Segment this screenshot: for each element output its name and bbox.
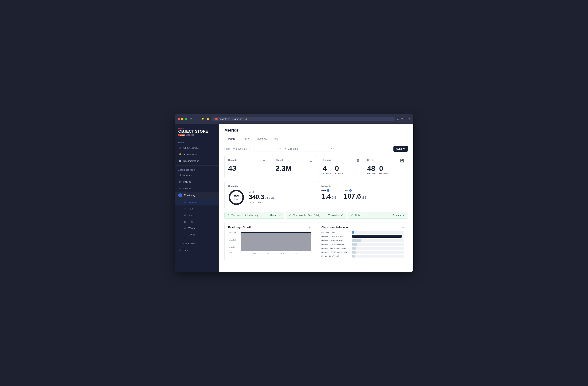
page-title: Metrics: [224, 128, 408, 133]
objects-value: 2.3M: [275, 164, 313, 172]
license-text: LICENSE: [186, 134, 194, 136]
sidebar-toggle-icon[interactable]: ⊞: [189, 117, 193, 121]
drives-online-label: Online: [369, 172, 376, 175]
get-stat: GET i 1.4 GiB: [321, 189, 336, 200]
svg-text:7:48: 7:48: [253, 252, 256, 254]
drive-online-dot: [367, 173, 369, 174]
object-size-download-icon[interactable]: ⬇: [402, 226, 404, 229]
sidebar-item-object-browser[interactable]: ⊞ Object Browser: [175, 145, 219, 151]
donut-label: 99% Free: [233, 195, 239, 200]
get-info-icon: i: [327, 189, 329, 192]
tab-info[interactable]: Info: [271, 136, 282, 142]
size-bar-4: [352, 247, 356, 250]
capacity-donut: 99% Free: [228, 189, 244, 205]
address-bar[interactable]: M console.ns-3.ic.min.dev 🔒: [212, 117, 395, 122]
forward-icon[interactable]: ›: [197, 117, 199, 121]
svg-text:60.5 GiB: 60.5 GiB: [229, 246, 235, 248]
identity-icon: ⊞: [178, 187, 182, 190]
used-label: Used:: [249, 191, 274, 193]
objects-icon: ⊙: [310, 159, 313, 163]
sidebar-item-access-keys[interactable]: 🔑 Access Keys: [175, 151, 219, 158]
share-icon[interactable]: ⬆: [401, 117, 403, 121]
tab-resources[interactable]: Resources: [252, 136, 271, 142]
buckets-icon: ≡: [263, 159, 265, 163]
buckets-card: Buckets ≡ 43: [224, 155, 269, 178]
trace-icon: ▦: [183, 220, 187, 223]
sidebar-label-monitoring: Monitoring: [184, 194, 195, 197]
size-bar-1: [352, 235, 401, 238]
tab-usage[interactable]: Usage: [224, 136, 239, 142]
maximize-button[interactable]: [185, 118, 187, 120]
scan-label: Time since last Scan Activity: [293, 214, 326, 217]
capacity-label: Capacity: [228, 185, 311, 187]
get-unit: GiB: [331, 196, 336, 199]
object-size-list: Less than 1024B Between 1024B and 1MB: [321, 231, 404, 258]
end-time-select[interactable]: [301, 146, 333, 151]
list-item: Between 10MB and 64MB: [321, 243, 404, 245]
drives-offline-label: Offline: [381, 172, 387, 175]
logo: MINIO OBJECT STORE AGPLv3 LICENSE: [175, 124, 219, 139]
sidebar-item-watch[interactable]: ⊚ Watch: [175, 225, 219, 231]
sidebar-label-object-browser: Object Browser: [183, 146, 199, 149]
close-button[interactable]: [178, 118, 180, 120]
sidebar-item-documentation[interactable]: 📄 Documentation: [175, 158, 219, 164]
drives-label: Drives: [367, 159, 374, 161]
tabs: Usage Traffic Resources Info: [224, 136, 408, 142]
sidebar-item-drives[interactable]: ≡ Drives: [175, 231, 219, 238]
sidebar-item-tiers[interactable]: ≡ Tiers: [175, 247, 219, 253]
size-bar-wrap-6: [352, 255, 404, 258]
sidebar-item-identity[interactable]: ⊞ Identity ▾: [175, 185, 219, 192]
size-bar-6: [352, 255, 355, 258]
objects-label: Objects: [275, 159, 284, 161]
sidebar-label-metrics: Metrics: [189, 201, 196, 203]
sidebar-item-monitoring[interactable]: ⊙ Monitoring ▴: [175, 192, 219, 199]
capacity-disk-icon: ◑: [271, 196, 274, 200]
capacity-of-value: Of: 24.0 TiB: [249, 201, 274, 204]
sidebar-item-policies[interactable]: ⚙ Policies: [175, 179, 219, 185]
sidebar-item-audit[interactable]: ⊕ Audit: [175, 212, 219, 219]
capacity-details: Used: 340.3 GiB ◑ Of: 24.0 TiB: [249, 191, 274, 204]
heal-value: 9 hours: [269, 214, 277, 217]
capacity-free-label: Free: [233, 198, 239, 200]
sync-icon: ↻: [403, 147, 405, 150]
back-icon[interactable]: ‹: [194, 117, 196, 121]
size-label-4: Between 64MB and 128MB: [321, 247, 350, 249]
servers-label: Servers: [323, 159, 332, 161]
sidebar-label-drives: Drives: [189, 233, 195, 236]
scan-value: 25 minutes: [328, 214, 339, 217]
data-usage-download-icon[interactable]: ⬇: [309, 226, 311, 229]
audit-icon: ⊕: [183, 214, 187, 217]
notification-icon[interactable]: 🔔: [206, 117, 210, 121]
size-bar-wrap-3: [352, 243, 404, 245]
new-tab-icon[interactable]: +: [405, 117, 407, 121]
end-time-label: End Time:: [288, 147, 298, 150]
heal-activity-item: ⟳ Time since last Heal Activity 9 hours …: [224, 212, 284, 219]
sidebar-item-trace[interactable]: ▦ Trace: [175, 219, 219, 225]
tab-traffic[interactable]: Traffic: [239, 136, 252, 142]
size-label-0: Less than 1024B: [321, 231, 350, 233]
sidebar-item-buckets[interactable]: 🗄 Buckets: [175, 172, 219, 179]
sidebar-item-metrics[interactable]: ⊙ Metrics: [175, 199, 219, 205]
minimize-button[interactable]: [181, 118, 184, 120]
download-icon[interactable]: ⬇: [397, 117, 399, 121]
tabs-icon[interactable]: ⧉: [408, 117, 410, 121]
heal-icon: ⟳: [228, 214, 230, 217]
sidebar-item-logs[interactable]: ≡ Logs: [175, 205, 219, 212]
start-time-dot: [233, 148, 235, 149]
objects-card: Objects ⊙ 2.3M: [272, 155, 316, 178]
list-item: Between 128MB and 512MB: [321, 251, 404, 254]
list-item: Less than 1024B: [321, 231, 404, 234]
server-offline-dot: [335, 173, 336, 174]
svg-text:239.5 GiB: 239.5 GiB: [229, 232, 236, 233]
size-bar-wrap-2: [352, 239, 404, 242]
put-clock-icon: ○: [365, 189, 366, 192]
start-time-select[interactable]: [250, 146, 282, 151]
sidebar-item-notifications[interactable]: λ Notifications: [175, 240, 219, 247]
heal-label: Time since last Heal Activity: [231, 214, 268, 217]
list-item: Greater than 512MB: [321, 255, 404, 258]
list-item: Between 1024B and 1MB: [321, 235, 404, 238]
license-badge: AGPLv3: [178, 134, 185, 136]
servers-offline-label: Offline: [337, 172, 343, 175]
content-area: Filter: Start Time: ▾ End Time: [219, 142, 413, 264]
sync-button[interactable]: Sync ↻: [394, 146, 408, 152]
